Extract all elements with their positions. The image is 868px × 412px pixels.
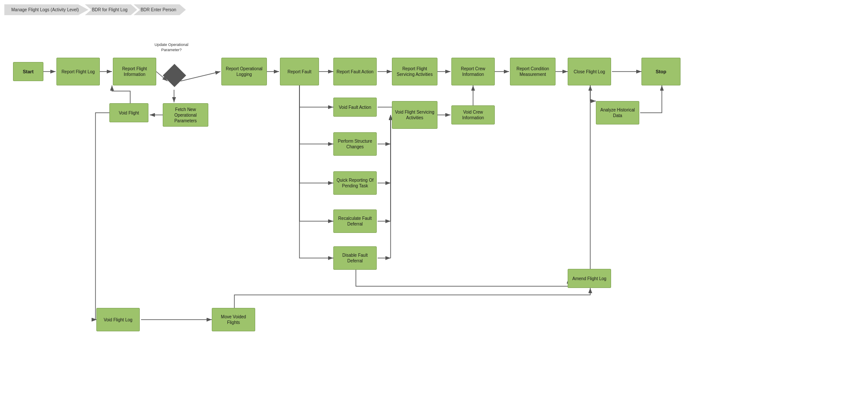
amend-flight-log-box[interactable]: Amend Flight Log (568, 269, 611, 288)
void-flight-log-box[interactable]: Void Flight Log (96, 308, 140, 331)
report-flight-info-box[interactable]: Report Flight Information (113, 58, 156, 85)
start-terminal: Start (13, 62, 43, 81)
void-fault-action-box[interactable]: Void Fault Action (333, 98, 377, 117)
breadcrumb-1[interactable]: Manage Flight Logs (Activity Level) (4, 4, 89, 15)
report-flight-log-box[interactable]: Report Flight Log (56, 58, 100, 85)
quick-reporting-box[interactable]: Quick Reporting Of Pending Task (333, 171, 377, 195)
report-crew-info-box[interactable]: Report Crew Information (451, 58, 495, 85)
breadcrumb-area: Manage Flight Logs (Activity Level) BDR … (4, 4, 186, 15)
breadcrumb-3[interactable]: BDR Enter Person (134, 4, 186, 15)
report-fault-box[interactable]: Report Fault (280, 58, 319, 85)
report-flight-servicing-box[interactable]: Report Flight Servicing Activities (392, 58, 437, 85)
analyze-historical-box[interactable]: Analyze Historical Data (596, 101, 639, 124)
move-voided-flights-box[interactable]: Move Voided Flights (212, 308, 255, 331)
stop-terminal: Stop (641, 58, 681, 85)
void-crew-info-box[interactable]: Void Crew Information (451, 105, 495, 124)
report-op-logging-box[interactable]: Report Operational Logging (221, 58, 267, 85)
update-op-param-label: Update Operational Parameter? (148, 43, 195, 52)
void-flight-servicing-box[interactable]: Void Flight Servicing Activities (392, 101, 437, 129)
update-op-param-diamond (163, 64, 186, 87)
recalculate-box[interactable]: Recalculate Fault Deferral (333, 209, 377, 233)
fetch-new-op-box[interactable]: Fetch New Operational Parameters (163, 103, 208, 127)
void-flight-box[interactable]: Void Flight (109, 103, 148, 122)
svg-line-4 (181, 72, 220, 81)
report-fault-action-box[interactable]: Report Fault Action (333, 58, 377, 85)
disable-fault-box[interactable]: Disable Fault Deferral (333, 246, 377, 270)
close-flight-log-box[interactable]: Close Flight Log (568, 58, 611, 85)
perform-structure-box[interactable]: Perform Structure Changes (333, 132, 377, 156)
report-condition-box[interactable]: Report Condition Measurement (510, 58, 556, 85)
diagram-container: Manage Flight Logs (Activity Level) BDR … (0, 0, 868, 412)
breadcrumb-2[interactable]: BDR for Flight Log (85, 4, 137, 15)
